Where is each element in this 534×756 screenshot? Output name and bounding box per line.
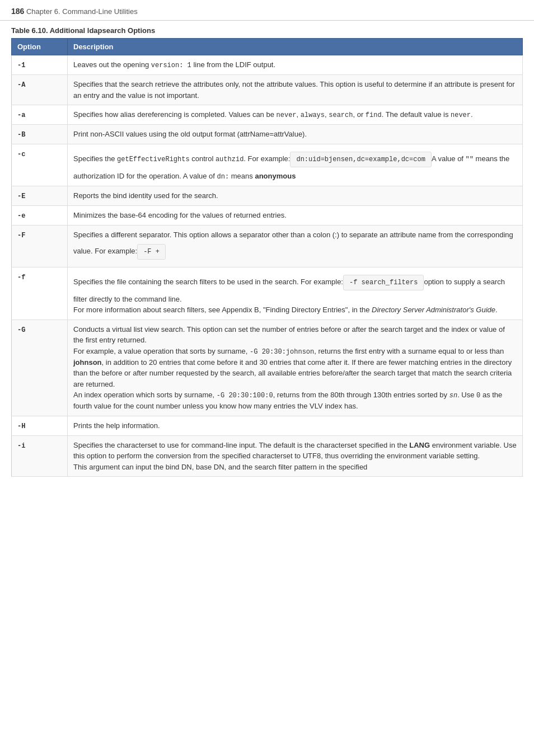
description-cell: Specifies the getEffectiveRights control… [68, 144, 523, 186]
option-cell: -E [12, 186, 68, 206]
table-row: -HPrints the help information. [12, 416, 523, 435]
table-row: -cSpecifies the getEffectiveRights contr… [12, 144, 523, 186]
table-row: -iSpecifies the characterset to use for … [12, 435, 523, 477]
page-header: 186 Chapter 6. Command-Line Utilities [0, 0, 534, 21]
col-header-option: Option [12, 39, 68, 55]
description-cell: Prints the help information. [68, 416, 523, 435]
option-cell: -e [12, 206, 68, 226]
table-row: -1Leaves out the opening version: 1 line… [12, 55, 523, 75]
option-cell: -B [12, 125, 68, 144]
table-row: -fSpecifies the file containing the sear… [12, 267, 523, 320]
table-title: Table 6.10. Additional ldapsearch Option… [11, 26, 523, 35]
table-row: -FSpecifies a different separator. This … [12, 226, 523, 267]
option-cell: -c [12, 144, 68, 186]
option-cell: -A [12, 75, 68, 105]
table-row: -BPrint non-ASCII values using the old o… [12, 125, 523, 144]
option-cell: -a [12, 105, 68, 125]
option-cell: -F [12, 226, 68, 267]
options-table: Option Description -1Leaves out the open… [11, 38, 523, 477]
col-header-description: Description [68, 39, 523, 55]
table-row: -GConducts a virtual list view search. T… [12, 320, 523, 416]
option-cell: -f [12, 267, 68, 320]
description-cell: Reports the bind identity used for the s… [68, 186, 523, 206]
table-row: -EReports the bind identity used for the… [12, 186, 523, 206]
option-cell: -i [12, 435, 68, 477]
description-cell: Print non-ASCII values using the old out… [68, 125, 523, 144]
chapter-title: Chapter 6. Command-Line Utilities [26, 7, 138, 16]
table-row: -aSpecifies how alias dereferencing is c… [12, 105, 523, 125]
option-cell: -1 [12, 55, 68, 75]
description-cell: Specifies the file containing the search… [68, 267, 523, 320]
page-number: 186 [11, 7, 24, 16]
description-cell: Specifies how alias dereferencing is com… [68, 105, 523, 125]
description-cell: Specifies that the search retrieve the a… [68, 75, 523, 105]
description-cell: Specifies a different separator. This op… [68, 226, 523, 267]
option-cell: -G [12, 320, 68, 416]
table-row: -eMinimizes the base-64 encoding for the… [12, 206, 523, 226]
description-cell: Specifies the characterset to use for co… [68, 435, 523, 477]
option-cell: -H [12, 416, 68, 435]
description-cell: Leaves out the opening version: 1 line f… [68, 55, 523, 75]
content: Table 6.10. Additional ldapsearch Option… [0, 21, 534, 488]
description-cell: Conducts a virtual list view search. Thi… [68, 320, 523, 416]
description-cell: Minimizes the base-64 encoding for the v… [68, 206, 523, 226]
table-row: -ASpecifies that the search retrieve the… [12, 75, 523, 105]
